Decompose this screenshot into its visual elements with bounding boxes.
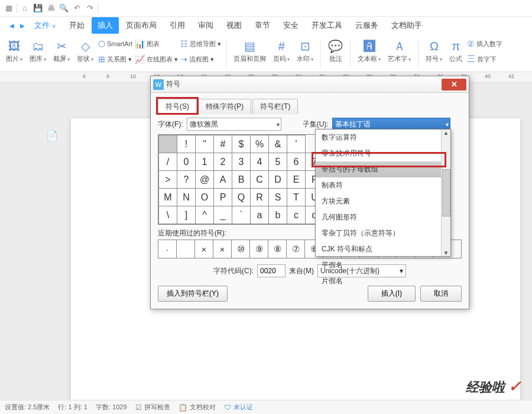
ribbon-textbox[interactable]: 🅰文本框▾ bbox=[355, 37, 383, 64]
ruler-tick: 40 bbox=[485, 73, 491, 79]
menu-security[interactable]: 安全 bbox=[277, 17, 304, 34]
ribbon-flowchart-label: 流程图 bbox=[189, 55, 209, 64]
ribbon-mindmap[interactable]: ☷思维导图▾ bbox=[180, 37, 221, 51]
smartart-icon: ⬡ bbox=[98, 39, 105, 48]
ruler-tick: 42 bbox=[508, 73, 514, 79]
ribbon-comment[interactable]: 💬批注 bbox=[326, 37, 345, 64]
print-icon[interactable]: 🖶 bbox=[44, 2, 57, 15]
mindmap-icon: ☷ bbox=[180, 39, 188, 48]
menu-start[interactable]: 开始 bbox=[63, 17, 90, 34]
separator bbox=[98, 4, 98, 13]
ribbon-picture-label: 图片 bbox=[6, 55, 19, 62]
picture-icon: 🖼 bbox=[8, 38, 20, 54]
ribbon-separator bbox=[226, 39, 226, 69]
menu-reference[interactable]: 引用 bbox=[164, 17, 191, 34]
ribbon-equation-label: 公式 bbox=[449, 54, 462, 63]
ribbon-onlinechart-label: 在线图表 bbox=[147, 55, 173, 64]
ribbon-shapes[interactable]: ◇形状▾ bbox=[74, 37, 96, 64]
ribbon-textbox-label: 文本框 bbox=[358, 55, 377, 62]
textbox-icon: 🅰 bbox=[364, 38, 375, 54]
ribbon-chart[interactable]: 📊图表 bbox=[135, 37, 178, 51]
symbol-icon: Ω bbox=[430, 38, 439, 54]
ribbon-picture[interactable]: 🖼图片▾ bbox=[4, 37, 25, 64]
ribbon-shapes-label: 形状 bbox=[77, 55, 90, 62]
screenshot-icon: ✂ bbox=[57, 38, 67, 54]
menu-devtools[interactable]: 开发工具 bbox=[306, 17, 348, 34]
menu-view[interactable]: 视图 bbox=[220, 17, 248, 34]
pagenum-icon: # bbox=[278, 38, 285, 54]
quick-access-bar: ▦ ⌂ 💾 🖶 🔍 ↶ ↷ bbox=[0, 0, 532, 17]
comment-icon: 💬 bbox=[328, 38, 343, 54]
ribbon-headerfooter[interactable]: ▤页眉和页脚 bbox=[231, 37, 268, 64]
watermark-icon: ⊡ bbox=[300, 38, 310, 54]
close-button[interactable]: ✕ bbox=[442, 79, 466, 83]
menu-cloud[interactable]: 云服务 bbox=[349, 17, 384, 34]
ribbon-watermark[interactable]: ⊡水印▾ bbox=[294, 37, 316, 64]
equation-icon: π bbox=[452, 38, 460, 54]
ribbon-symbol-label: 符号 bbox=[426, 55, 439, 62]
ribbon-insertnum-label: 插入数字 bbox=[476, 40, 502, 48]
menu-layout[interactable]: 页面布局 bbox=[120, 17, 163, 34]
ribbon: 🖼图片▾ 🗂图库▾ ✂截屏▾ ◇形状▾ ⬡SmartArt ⊞关系图▾ 📊图表 … bbox=[0, 34, 532, 72]
chart-icon: 📊 bbox=[135, 39, 145, 48]
menu-file-label: 文件 bbox=[34, 21, 50, 30]
dialog-title: 符号 bbox=[166, 79, 442, 83]
ribbon-dropcap-label: 首字下 bbox=[477, 55, 497, 64]
ribbon-equation[interactable]: π公式 bbox=[447, 37, 465, 64]
ribbon-smartart[interactable]: ⬡SmartArt bbox=[98, 37, 132, 51]
ribbon-hf-label: 页眉和页脚 bbox=[233, 54, 266, 63]
preview-icon[interactable]: 🔍 bbox=[57, 2, 70, 15]
wordart-icon: Ａ bbox=[394, 38, 406, 54]
app-icon: W bbox=[153, 79, 164, 83]
ribbon-symbol[interactable]: Ω符号▾ bbox=[423, 37, 445, 64]
menu-helper[interactable]: 文档助手 bbox=[385, 17, 428, 34]
flowchart-icon: ⇢ bbox=[180, 54, 187, 64]
ruler-tick: 8 bbox=[106, 73, 109, 79]
ribbon-flowchart[interactable]: ⇢流程图▾ bbox=[180, 52, 221, 66]
ribbon-gallery-label: 图库 bbox=[30, 55, 43, 62]
grid-icon[interactable]: ▦ bbox=[2, 2, 15, 15]
ribbon-smartart-label: SmartArt bbox=[107, 40, 132, 47]
ruler-tick: 6 bbox=[83, 73, 86, 79]
ribbon-mindmap-label: 思维导图 bbox=[190, 40, 216, 48]
redo-icon[interactable]: ↷ bbox=[83, 2, 96, 15]
relation-icon: ⊞ bbox=[98, 54, 105, 64]
home-icon[interactable]: ⌂ bbox=[18, 2, 31, 15]
dialog-titlebar[interactable]: W 符号 ✕ bbox=[151, 76, 469, 83]
chevron-left-icon[interactable]: ◀ bbox=[7, 22, 17, 29]
shapes-icon: ◇ bbox=[81, 38, 90, 54]
ribbon-pagenum-label: 页码 bbox=[273, 55, 286, 62]
menu-file[interactable]: 文件 ∨ bbox=[28, 17, 62, 34]
insertnum-icon: ② bbox=[467, 39, 475, 48]
ruler-tick: 10 bbox=[130, 73, 136, 79]
menu-bar: ◀ ▶ 文件 ∨ 开始 插入 页面布局 引用 审阅 视图 章节 安全 开发工具 … bbox=[0, 17, 532, 34]
ribbon-onlinechart[interactable]: 📈在线图表▾ bbox=[135, 52, 178, 66]
ribbon-dropcap[interactable]: 三首字下 bbox=[467, 52, 502, 66]
menu-chapter[interactable]: 章节 bbox=[249, 17, 276, 34]
ribbon-separator bbox=[418, 39, 419, 69]
ribbon-separator bbox=[350, 39, 351, 69]
headerfooter-icon: ▤ bbox=[244, 38, 255, 54]
ribbon-wordart-label: 艺术字 bbox=[388, 55, 407, 62]
ribbon-screenshot-label: 截屏 bbox=[53, 55, 66, 62]
undo-icon[interactable]: ↶ bbox=[70, 2, 83, 15]
ribbon-screenshot[interactable]: ✂截屏▾ bbox=[51, 37, 72, 64]
ribbon-pagenum[interactable]: #页码▾ bbox=[271, 37, 292, 64]
ribbon-chart-label: 图表 bbox=[147, 40, 160, 48]
chevron-right-icon[interactable]: ▶ bbox=[18, 22, 27, 29]
menu-insert[interactable]: 插入 bbox=[92, 17, 119, 34]
ribbon-relation-label: 关系图 bbox=[107, 55, 126, 64]
ribbon-insertnum[interactable]: ②插入数字 bbox=[467, 37, 502, 51]
ribbon-gallery[interactable]: 🗂图库▾ bbox=[27, 37, 48, 64]
dropcap-icon: 三 bbox=[467, 54, 475, 64]
ribbon-relation[interactable]: ⊞关系图▾ bbox=[98, 52, 132, 66]
symbol-dialog: W 符号 ✕ 符号(S) 特殊字符(P) 符号栏(T) 字体(F): 微软雅黑▾… bbox=[150, 76, 469, 83]
ribbon-separator bbox=[320, 39, 321, 69]
separator bbox=[17, 4, 17, 13]
gallery-icon: 🗂 bbox=[32, 38, 44, 54]
save-icon[interactable]: 💾 bbox=[31, 2, 44, 15]
ribbon-watermark-label: 水印 bbox=[297, 55, 310, 62]
ribbon-wordart[interactable]: Ａ艺术字▾ bbox=[385, 37, 413, 64]
menu-review[interactable]: 审阅 bbox=[192, 17, 219, 34]
onlinechart-icon: 📈 bbox=[135, 54, 145, 64]
